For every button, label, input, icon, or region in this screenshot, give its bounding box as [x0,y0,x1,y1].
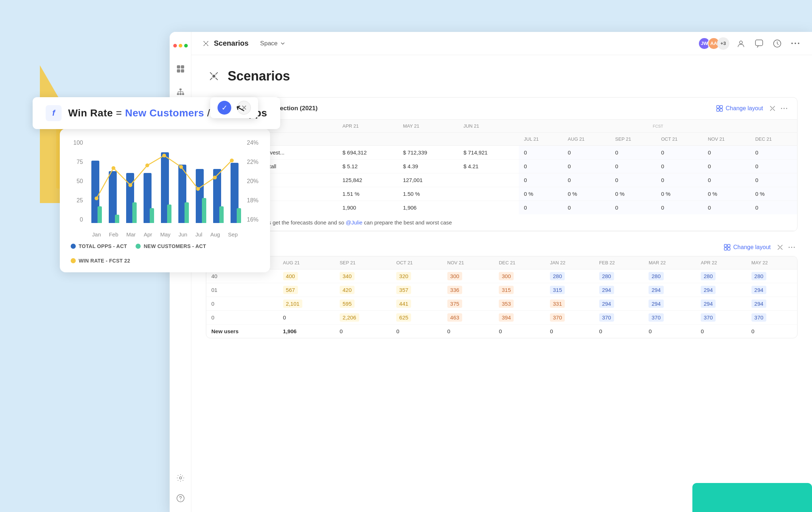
clock-icon-btn[interactable] [771,37,784,50]
close-dot[interactable] [173,44,177,48]
maximize-dot[interactable] [184,44,188,48]
change-layout-btn-2[interactable]: Change layout [720,242,774,253]
more-icon-btn[interactable] [789,37,802,50]
sidebar-item-hierarchy[interactable] [174,86,187,99]
svg-rect-24 [720,106,722,108]
more-btn-2[interactable] [786,241,798,253]
scenarios-icon [202,39,210,48]
expand-btn-2[interactable] [774,241,786,253]
col-fcst-label: FCST [519,120,797,133]
table-header-row: ABC Text APR 21 MAY 21 JUN 21 FCST [206,120,797,133]
svg-point-35 [791,247,792,248]
section-1-title: New users growth projection (2021) [214,105,713,112]
legend-dot-blue [71,244,76,249]
table-row: 0 2,101 595 441 375 353 331 294 294 294 … [206,297,797,311]
svg-point-27 [781,108,782,109]
svg-point-19 [791,43,793,44]
table-row: 1.51 % 1.50 % 0 % 0 % 0 % 0 % 0 % 0 % [206,187,797,201]
new-users-label: New users [206,325,278,338]
svg-rect-30 [724,244,727,247]
section-1-header: New users growth projection (2021) Chang… [206,98,797,120]
chart-legend: TOTAL OPPS - ACT NEW CUSTOMERS - ACT WIN… [71,243,259,264]
change-layout-btn-1[interactable]: Change layout [713,103,767,114]
svg-rect-32 [724,248,727,250]
sidebar-bottom [174,471,187,505]
table-row: 0 0 2,206 625 463 394 370 370 370 370 37… [206,311,797,325]
more-btn-1[interactable] [778,103,790,114]
page-title-row: Scenarios [206,68,798,84]
layout-icon [716,105,723,112]
table-row: 1,900 1,906 0 0 0 0 0 0 [206,201,797,215]
window-controls [173,44,188,48]
col-dec21: DEC 21 [750,133,797,146]
svg-rect-31 [728,244,730,247]
line-chart [88,140,242,223]
legend-total-opps: TOTAL OPPS - ACT [71,243,127,249]
expand-btn-1[interactable] [767,103,778,114]
svg-rect-25 [717,109,719,111]
sidebar-settings[interactable] [174,471,187,484]
comment-section: 2021 update? If so, let's get the foreca… [206,214,797,231]
col-nov21: NOV 21 [703,133,750,146]
table-row: 40 400 340 320 300 300 280 280 280 280 2… [206,269,797,283]
section-2-header: Change layout [206,241,798,253]
svg-point-20 [795,43,796,44]
line-dot-6 [179,165,183,169]
bottom-teal-bar [692,483,812,512]
avatar-count: +3 [717,37,729,50]
section-2-header-row: AUG 21 SEP 21 OCT 21 NOV 21 DEC 21 JAN 2… [206,256,797,269]
space-selector[interactable]: Space [260,40,286,47]
section-1-table: ABC Text APR 21 MAY 21 JUN 21 FCST [206,120,797,214]
table-row: Cost per install $ 5.12 $ 4.39 $ 4.21 0 … [206,160,797,173]
table-row: 01 567 420 357 336 315 315 294 294 294 2… [206,283,797,297]
user-icon-btn[interactable] [734,37,747,50]
legend-new-customers: NEW CUSTOMERS - ACT [136,243,206,249]
table-row-new-users: New users 1,906 0 0 0 0 0 0 0 0 0 [206,325,797,338]
app-title: Scenarios [202,39,249,48]
minimize-dot[interactable] [179,44,182,48]
chat-icon-btn[interactable] [753,37,766,50]
svg-rect-1 [181,65,184,69]
svg-rect-17 [755,40,763,46]
svg-point-22 [212,75,215,78]
section-2-table: AUG 21 SEP 21 OCT 21 NOV 21 DEC 21 JAN 2… [206,256,797,338]
legend-win-rate: WIN RATE - FCST 22 [71,258,130,264]
line-dot-9 [230,158,234,162]
svg-point-36 [794,247,795,248]
svg-rect-23 [717,106,719,108]
x-axis: Jan Feb Mar Apr May Jun Jul Aug Sep [88,231,242,238]
svg-point-16 [740,41,742,44]
page-title: Scenarios [228,69,290,84]
line-dot-3 [128,183,132,187]
line-dot-1 [95,197,99,200]
col-may21: MAY 21 [398,120,459,133]
chevron-down-icon [280,41,286,46]
legend-dot-yellow [71,258,76,263]
svg-rect-7 [182,93,184,95]
sidebar-item-grid[interactable] [174,62,187,75]
col-oct21: OCT 21 [656,133,703,146]
confirm-button[interactable]: ✓ [218,101,231,115]
col-aug21: AUG 21 [563,133,610,146]
line-dot-7 [196,187,200,191]
svg-rect-4 [179,88,182,90]
main-content: Scenarios Space JW AA +3 [191,32,812,512]
sidebar-help[interactable] [174,492,187,505]
section-1: New users growth projection (2021) Chang… [206,97,798,231]
svg-rect-0 [177,65,180,69]
page-content: Scenarios New users growth projection (2… [191,55,812,512]
svg-rect-3 [181,69,184,73]
line-dot-8 [213,176,217,179]
sidebar-logo [174,39,187,52]
y-axis-right: 24% 22% 20% 18% 16% [244,140,259,223]
formula-icon: f [46,105,62,121]
svg-rect-6 [179,93,182,95]
y-axis-left: 100 75 50 25 0 [71,140,86,223]
svg-rect-2 [177,69,180,73]
section-2: AUG 21 SEP 21 OCT 21 NOV 21 DEC 21 JAN 2… [206,256,798,338]
line-dot-2 [112,166,116,170]
table-subheader-row: JUL 21 AUG 21 SEP 21 OCT 21 NOV 21 DEC 2… [206,133,797,146]
svg-rect-26 [720,109,722,111]
avatar-group: JW AA +3 [698,37,729,50]
mention-julie[interactable]: @Julie [346,219,362,226]
